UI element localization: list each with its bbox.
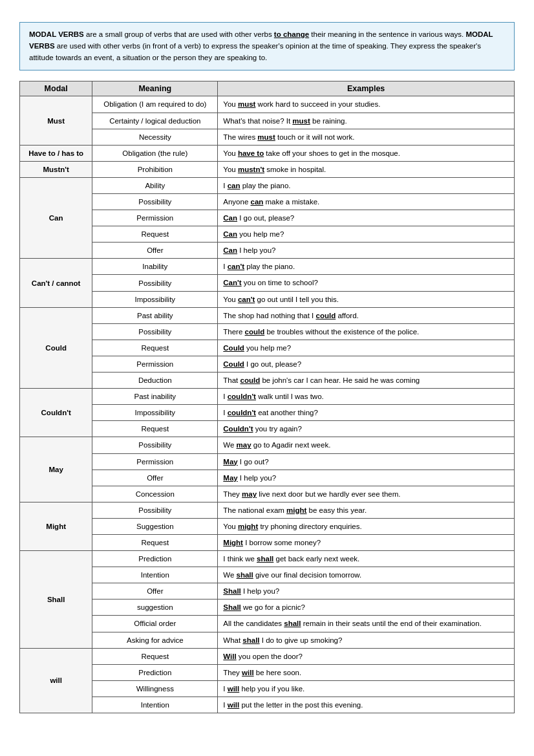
example-cell: I couldn't walk until I was two. [218, 389, 515, 405]
example-cell: You can't go out until I tell you this. [218, 291, 515, 307]
meaning-cell: Offer [92, 243, 218, 259]
modal-cell: Mustn't [20, 161, 92, 177]
example-cell: Shall I help you? [218, 583, 515, 599]
meaning-cell: Prohibition [92, 161, 218, 177]
example-cell: They may live next door but we hardly ev… [218, 486, 515, 502]
table-row: NecessityThe wires must touch or it will… [20, 129, 515, 145]
table-row: PossibilityAnyone can make a mistake. [20, 194, 515, 210]
example-cell: I will help you if you like. [218, 680, 515, 697]
meaning-cell: Suggestion [92, 518, 218, 534]
table-row: CanAbilityI can play the piano. [20, 177, 515, 193]
meaning-cell: Possibility [92, 323, 218, 340]
col-header-meaning: Meaning [92, 81, 218, 96]
table-row: Have to / has toObligation (the rule)You… [20, 145, 515, 161]
modal-cell: Can [20, 177, 92, 258]
modal-cell: May [20, 437, 92, 502]
intro-underline: to change [274, 30, 309, 38]
table-row: PossibilityThere could be troubles witho… [20, 323, 515, 340]
meaning-cell: Willingness [92, 680, 218, 697]
meaning-cell: Permission [92, 356, 218, 372]
example-cell: What's that noise? It must be raining. [218, 113, 515, 129]
meaning-cell: Possibility [92, 437, 218, 453]
example-cell: We shall give our final decision tomorro… [218, 567, 515, 583]
table-row: Asking for adviceWhat shall I do to give… [20, 632, 515, 648]
example-cell: Shall we go for a picnic? [218, 599, 515, 616]
table-row: ImpossibilityI couldn't eat another thin… [20, 405, 515, 421]
example-cell: Couldn't you try again? [218, 421, 515, 437]
modal-verbs-table: Modal Meaning Examples MustObligation (I… [19, 81, 515, 713]
example-cell: There could be troubles without the exis… [218, 323, 515, 340]
meaning-cell: Obligation (the rule) [92, 145, 218, 161]
meaning-cell: Request [92, 534, 218, 550]
example-cell: Anyone can make a mistake. [218, 194, 515, 210]
table-row: SuggestionYou might try phoning director… [20, 518, 515, 534]
example-cell: I can't play the piano. [218, 259, 515, 275]
modal-cell: Could [20, 307, 92, 388]
table-row: Couldn'tPast inabilityI couldn't walk un… [20, 389, 515, 405]
col-header-examples: Examples [218, 81, 515, 96]
intro-box: MODAL VERBS are a small group of verbs t… [19, 22, 515, 70]
table-row: MustObligation (I am required to do)You … [20, 96, 515, 113]
example-cell: Can I go out, please? [218, 210, 515, 226]
example-cell: You must work hard to succeed in your st… [218, 96, 515, 113]
example-cell: I think we shall get back early next wee… [218, 551, 515, 567]
example-cell: That could be john's car I can hear. He … [218, 373, 515, 389]
table-row: ConcessionThey may live next door but we… [20, 486, 515, 502]
table-row: PredictionThey will be here soon. [20, 664, 515, 680]
table-row: MightPossibilityThe national exam might … [20, 502, 515, 518]
table-row: Can't / cannotInabilityI can't play the … [20, 259, 515, 275]
example-cell: Could you help me? [218, 340, 515, 356]
meaning-cell: Request [92, 421, 218, 437]
table-row: PermissionMay I go out? [20, 453, 515, 470]
example-cell: We may go to Agadir next week. [218, 437, 515, 453]
example-cell: I couldn't eat another thing? [218, 405, 515, 421]
meaning-cell: suggestion [92, 599, 218, 616]
meaning-cell: Request [92, 340, 218, 356]
table-row: WillingnessI will help you if you like. [20, 680, 515, 697]
table-row: OfferCan I help you? [20, 243, 515, 259]
example-cell: The wires must touch or it will not work… [218, 129, 515, 145]
table-row: OfferShall I help you? [20, 583, 515, 599]
table-row: suggestionShall we go for a picnic? [20, 599, 515, 616]
table-row: PermissionCan I go out, please? [20, 210, 515, 226]
col-header-modal: Modal [20, 81, 92, 96]
meaning-cell: Prediction [92, 664, 218, 680]
table-row: Mustn'tProhibitionYou mustn't smoke in h… [20, 161, 515, 177]
table-row: OfferMay I help you? [20, 470, 515, 486]
meaning-cell: Past ability [92, 307, 218, 323]
table-row: PossibilityCan't you on time to school? [20, 275, 515, 291]
meaning-cell: Intention [92, 697, 218, 713]
example-cell: May I go out? [218, 453, 515, 470]
example-cell: All the candidates shall remain in their… [218, 616, 515, 632]
modal-cell: will [20, 648, 92, 713]
meaning-cell: Asking for advice [92, 632, 218, 648]
table-row: RequestMight I borrow some money? [20, 534, 515, 550]
example-cell: What shall I do to give up smoking? [218, 632, 515, 648]
meaning-cell: Past inability [92, 389, 218, 405]
meaning-cell: Impossibility [92, 405, 218, 421]
example-cell: Can you help me? [218, 226, 515, 243]
meaning-cell: Concession [92, 486, 218, 502]
meaning-cell: Ability [92, 177, 218, 193]
example-cell: Could I go out, please? [218, 356, 515, 372]
table-row: Official orderAll the candidates shall r… [20, 616, 515, 632]
table-row: PermissionCould I go out, please? [20, 356, 515, 372]
intro-bold-1: MODAL VERBS [29, 30, 84, 38]
meaning-cell: Intention [92, 567, 218, 583]
intro-text-2: their meaning in the sentence in various… [311, 30, 465, 38]
example-cell: Can't you on time to school? [218, 275, 515, 291]
meaning-cell: Permission [92, 210, 218, 226]
table-row: ImpossibilityYou can't go out until I te… [20, 291, 515, 307]
meaning-cell: Obligation (I am required to do) [92, 96, 218, 113]
example-cell: I will put the letter in the post this e… [218, 697, 515, 713]
meaning-cell: Possibility [92, 502, 218, 518]
meaning-cell: Possibility [92, 275, 218, 291]
meaning-cell: Request [92, 648, 218, 664]
table-row: IntentionWe shall give our final decisio… [20, 567, 515, 583]
meaning-cell: Offer [92, 470, 218, 486]
example-cell: The shop had nothing that I could afford… [218, 307, 515, 323]
example-cell: You mustn't smoke in hospital. [218, 161, 515, 177]
meaning-cell: Possibility [92, 194, 218, 210]
table-row: RequestCouldn't you try again? [20, 421, 515, 437]
meaning-cell: Certainty / logical deduction [92, 113, 218, 129]
